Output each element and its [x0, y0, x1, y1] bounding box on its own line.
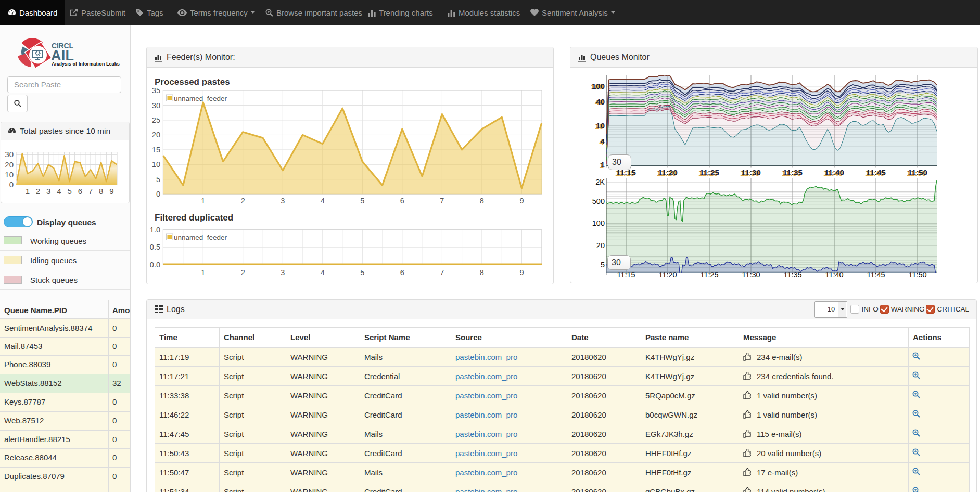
svg-text:Analysis of Information Leaks: Analysis of Information Leaks — [52, 61, 120, 67]
